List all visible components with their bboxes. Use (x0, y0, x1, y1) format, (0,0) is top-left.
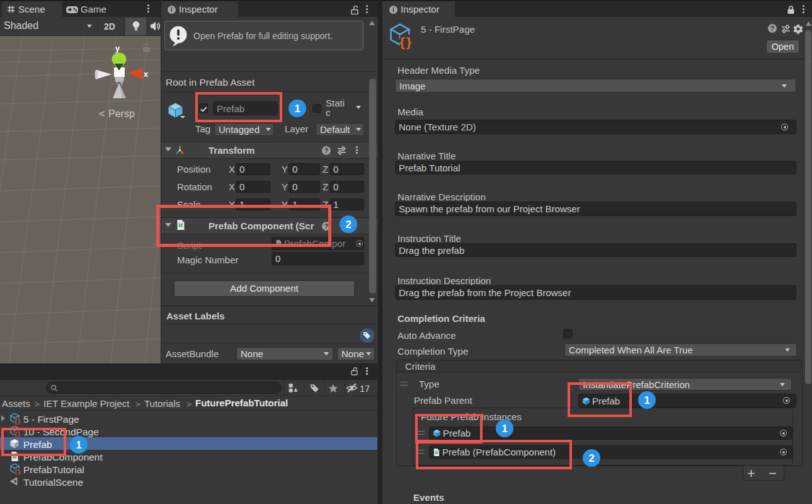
svg-text:{}: {} (399, 35, 413, 49)
svg-text:{}: {} (14, 418, 21, 425)
svg-text:x: x (144, 69, 149, 79)
svg-text:<: < (99, 108, 105, 120)
svg-text:{}: {} (14, 468, 21, 476)
svg-text:Persp: Persp (108, 108, 135, 119)
svg-text:y: y (115, 43, 120, 53)
